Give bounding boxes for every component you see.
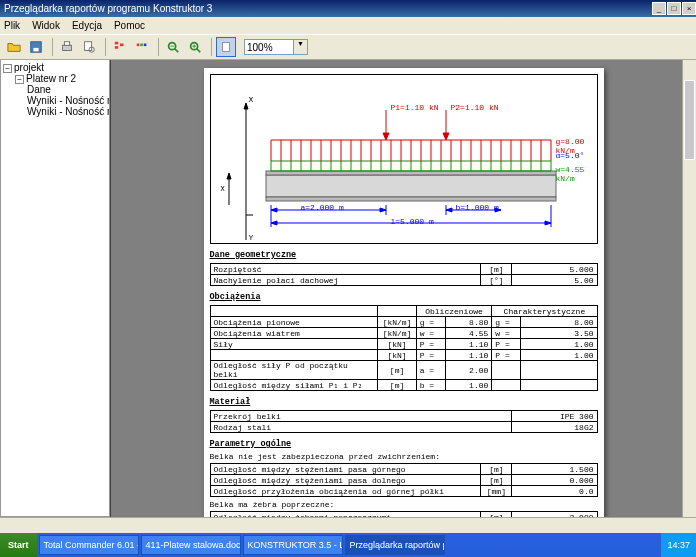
scroll-thumb[interactable] xyxy=(684,80,695,160)
obc-unit: [kN] xyxy=(378,339,416,350)
project-tree[interactable]: −projekt −Platew nr 2 Dane Wyniki - Nośn… xyxy=(0,60,110,517)
axis-x-label: X xyxy=(249,95,254,104)
zoom-out-icon[interactable] xyxy=(163,37,183,57)
svg-rect-6 xyxy=(115,42,119,45)
geom-table: Rozpiętość[m]5.000Nachylenie połaci dach… xyxy=(210,263,598,286)
tree-collapse-icon[interactable]: − xyxy=(15,75,24,84)
fit-page-icon[interactable] xyxy=(216,37,236,57)
task-prz-label: Przeglądarka raportów pr... xyxy=(350,540,445,550)
minimize-button[interactable]: _ xyxy=(652,2,666,15)
svg-marker-100 xyxy=(271,208,277,212)
title-bar: Przeglądarka raportów programu Konstrukt… xyxy=(0,0,696,17)
task-konstruktor[interactable]: KONSTRUKTOR 3.5 - Lice... xyxy=(243,535,343,555)
obc-unit: [m] xyxy=(378,380,416,391)
zoom-dropdown-icon[interactable]: ▼ xyxy=(294,39,308,55)
tree-item-wyniki2[interactable]: Wyniki - Nośność n xyxy=(27,106,110,117)
tree-icon[interactable] xyxy=(110,37,130,57)
menu-edit[interactable]: Edycja xyxy=(72,20,102,31)
svg-line-13 xyxy=(175,49,179,53)
geom-value: 5.000 xyxy=(512,264,597,275)
svg-line-16 xyxy=(197,49,201,53)
task-tc[interactable]: Total Commander 6.01 - ... xyxy=(39,535,139,555)
obc-label: Obciążenia pionowe xyxy=(210,317,378,328)
svg-rect-4 xyxy=(85,42,92,51)
obc-sym2 xyxy=(492,361,520,380)
obc-sym: P = xyxy=(416,350,446,361)
start-label: Start xyxy=(8,540,29,550)
menu-view[interactable]: Widok xyxy=(32,20,60,31)
obc-val2 xyxy=(520,361,597,380)
obc-table: ObliczenioweCharakterystyczne Obciążenia… xyxy=(210,305,598,391)
par-value: 0.000 xyxy=(512,475,597,486)
zoom-input[interactable] xyxy=(244,39,294,55)
obc-val: 1.10 xyxy=(446,339,492,350)
report-canvas[interactable]: P1=1.10 kN P2=1.10 kN g=8.00 kN/m α=5.0°… xyxy=(110,60,696,517)
load-p2-label: P2=1.10 kN xyxy=(451,103,499,112)
close-button[interactable]: × xyxy=(682,2,696,15)
dim-b-label: b=1.000 m xyxy=(456,203,499,212)
task-viewer[interactable]: Przeglądarka raportów pr... xyxy=(345,535,445,555)
par-unit: [mm] xyxy=(481,486,512,497)
geom-label: Nachylenie połaci dachowej xyxy=(210,275,481,286)
par-value: 1.500 xyxy=(512,464,597,475)
par-table1: Odległość między stężeniami pasa górnego… xyxy=(210,463,598,497)
geom-unit: [°] xyxy=(481,275,512,286)
axis-y-label: Y xyxy=(249,233,254,242)
svg-rect-3 xyxy=(64,42,69,46)
obc-sym: w = xyxy=(416,328,446,339)
obc-val: 2.00 xyxy=(446,361,492,380)
report-page: P1=1.10 kN P2=1.10 kN g=8.00 kN/m α=5.0°… xyxy=(204,68,604,517)
system-tray[interactable]: 14:37 xyxy=(661,533,696,557)
obc-sym: a = xyxy=(416,361,446,380)
tree-collapse-icon[interactable]: − xyxy=(3,64,12,73)
svg-rect-7 xyxy=(115,46,119,49)
obc-sym2 xyxy=(492,380,520,391)
obc-label: Odległość między siłami P₁ i P₂ xyxy=(210,380,378,391)
tree-item-wyniki1[interactable]: Wyniki - Nośność n xyxy=(27,95,110,106)
save-icon[interactable] xyxy=(26,37,46,57)
tree-root[interactable]: projekt xyxy=(14,62,44,73)
load-w-label: w=4.55 kN/m xyxy=(556,165,597,183)
geom-value: 5.00 xyxy=(512,275,597,286)
menu-bar: Plik Widok Edycja Pomoc xyxy=(0,17,696,34)
open-icon[interactable] xyxy=(4,37,24,57)
dim-l-label: l=5.000 m xyxy=(391,217,434,226)
section-par-title: Parametry ogólne xyxy=(210,439,598,449)
tree-item-dane[interactable]: Dane xyxy=(27,84,51,95)
svg-rect-20 xyxy=(266,175,556,197)
svg-marker-101 xyxy=(380,208,386,212)
svg-rect-9 xyxy=(137,44,140,47)
obc-sym: g = xyxy=(416,317,446,328)
color-palette-icon[interactable] xyxy=(132,37,152,57)
svg-marker-85 xyxy=(383,133,389,140)
obc-unit: [kN/m] xyxy=(378,317,416,328)
svg-marker-87 xyxy=(443,133,449,140)
mat-table: Przekrój belkiIPE 300Rodzaj stali18G2 xyxy=(210,410,598,433)
col-oblicz: Obliczeniowe xyxy=(416,306,492,317)
menu-help[interactable]: Pomoc xyxy=(114,20,145,31)
tree-item-platew[interactable]: Platew nr 2 xyxy=(26,73,76,84)
beam-diagram: P1=1.10 kN P2=1.10 kN g=8.00 kN/m α=5.0°… xyxy=(210,74,598,244)
par-value: 0.0 xyxy=(512,486,597,497)
obc-unit: [kN] xyxy=(378,350,416,361)
angle-label: α=5.0° xyxy=(556,151,585,160)
zoom-in-icon[interactable] xyxy=(185,37,205,57)
svg-rect-21 xyxy=(266,171,556,175)
start-button[interactable]: Start xyxy=(0,533,37,557)
svg-rect-11 xyxy=(144,44,147,47)
obc-unit: [m] xyxy=(378,361,416,380)
maximize-button[interactable]: □ xyxy=(667,2,681,15)
section-geom-title: Dane geometryczne xyxy=(210,250,598,260)
toolbar-separator xyxy=(52,38,53,56)
svg-marker-102 xyxy=(446,208,452,212)
col-char: Charakterystyczne xyxy=(492,306,597,317)
menu-file[interactable]: Plik xyxy=(4,20,20,31)
task-word[interactable]: 411-Platew stalowa.doc - ... xyxy=(141,535,241,555)
par-label: Odległość między stężeniami pasa górnego xyxy=(210,464,481,475)
vertical-scrollbar[interactable] xyxy=(682,60,696,517)
print-icon[interactable] xyxy=(57,37,77,57)
print-preview-icon[interactable] xyxy=(79,37,99,57)
svg-rect-2 xyxy=(63,45,72,50)
toolbar-separator xyxy=(105,38,106,56)
toolbar-separator xyxy=(211,38,212,56)
